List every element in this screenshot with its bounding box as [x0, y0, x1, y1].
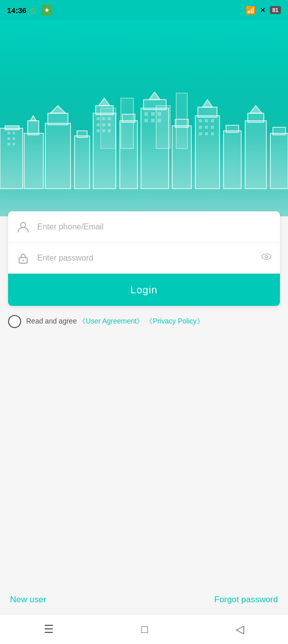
svg-rect-44 [97, 123, 100, 126]
agreement-checkbox[interactable] [8, 315, 21, 328]
svg-rect-45 [102, 123, 105, 126]
svg-rect-50 [199, 119, 202, 122]
svg-rect-11 [48, 113, 68, 125]
svg-rect-23 [172, 126, 191, 189]
agreement-text: Read and agree 《User Agreement》 《Privacy… [26, 316, 204, 327]
svg-rect-49 [108, 129, 111, 132]
svg-rect-5 [0, 128, 23, 189]
password-input[interactable] [37, 254, 254, 263]
new-user-button[interactable]: New user [10, 595, 46, 605]
svg-rect-35 [8, 132, 10, 134]
home-nav-button[interactable]: □ [131, 619, 158, 640]
svg-rect-41 [97, 117, 100, 120]
lock-icon [16, 251, 30, 265]
app-icon: ★ [41, 5, 52, 16]
svg-rect-7 [24, 133, 43, 189]
status-right: 📶 ✕ 81 [246, 6, 281, 15]
svg-rect-14 [77, 131, 87, 137]
svg-rect-21 [143, 100, 166, 110]
svg-rect-55 [211, 126, 214, 129]
status-time: 14:36 [7, 6, 26, 15]
svg-rect-24 [175, 119, 188, 127]
svg-rect-62 [145, 119, 148, 122]
svg-point-68 [262, 254, 271, 260]
svg-rect-6 [5, 126, 19, 130]
svg-rect-43 [108, 117, 111, 120]
svg-point-69 [265, 256, 268, 258]
svg-rect-52 [211, 119, 214, 122]
svg-rect-58 [211, 132, 214, 135]
svg-rect-10 [45, 123, 70, 189]
status-left: 14:36 ⚠ ★ [7, 5, 52, 16]
forgot-password-button[interactable]: Forgot password [214, 595, 278, 605]
svg-rect-39 [8, 143, 10, 145]
svg-rect-38 [13, 137, 15, 140]
back-nav-button[interactable]: ◁ [226, 619, 254, 640]
main-content: Login Read and agree 《User Agreement》 《P… [0, 216, 288, 614]
svg-rect-46 [108, 123, 111, 126]
svg-rect-37 [8, 137, 10, 140]
svg-point-67 [23, 260, 24, 261]
svg-rect-19 [122, 114, 135, 122]
svg-rect-54 [205, 126, 208, 129]
privacy-policy-link[interactable]: 《Privacy Policy》 [146, 317, 203, 325]
login-form-card: Login [8, 211, 280, 306]
svg-rect-64 [158, 119, 161, 122]
show-password-icon[interactable] [261, 251, 272, 265]
svg-rect-26 [198, 107, 217, 117]
svg-rect-8 [28, 121, 39, 135]
svg-rect-57 [205, 132, 208, 135]
svg-rect-36 [13, 132, 15, 134]
hero-banner [0, 0, 288, 216]
nav-bar: ☰ □ ◁ [0, 614, 288, 644]
wifi-icon: 📶 [246, 6, 256, 15]
svg-rect-16 [96, 106, 113, 115]
cityscape-illustration [0, 0, 288, 216]
svg-rect-31 [248, 113, 264, 122]
svg-rect-59 [145, 112, 148, 116]
login-button[interactable]: Login [8, 274, 280, 306]
svg-rect-51 [205, 119, 208, 122]
svg-point-65 [21, 222, 26, 227]
menu-nav-button[interactable]: ☰ [34, 619, 64, 640]
svg-rect-47 [97, 129, 100, 132]
svg-rect-63 [151, 119, 155, 122]
agreement-row: Read and agree 《User Agreement》 《Privacy… [0, 306, 288, 337]
svg-rect-28 [224, 131, 241, 189]
phone-email-row [8, 211, 280, 243]
svg-rect-48 [102, 129, 105, 132]
svg-rect-42 [102, 117, 105, 120]
svg-rect-29 [226, 125, 239, 132]
battery-x-icon: ✕ [260, 6, 266, 14]
password-row [8, 243, 280, 274]
svg-rect-40 [13, 143, 15, 145]
svg-rect-56 [199, 132, 202, 135]
phone-email-input[interactable] [37, 222, 272, 231]
svg-rect-13 [75, 136, 90, 189]
svg-rect-34 [273, 127, 285, 135]
status-bar: 14:36 ⚠ ★ 📶 ✕ 81 [0, 0, 288, 20]
svg-rect-61 [158, 112, 161, 116]
battery-level: 81 [270, 6, 281, 14]
user-agreement-link[interactable]: 《User Agreement》 [79, 317, 143, 325]
svg-rect-30 [245, 121, 266, 189]
svg-rect-18 [120, 121, 137, 189]
svg-rect-53 [199, 126, 202, 129]
user-icon [16, 220, 30, 234]
svg-rect-60 [151, 112, 155, 116]
bottom-links: New user Forgot password [0, 588, 288, 612]
warning-icon: ⚠ [29, 6, 38, 15]
svg-rect-33 [270, 133, 288, 189]
